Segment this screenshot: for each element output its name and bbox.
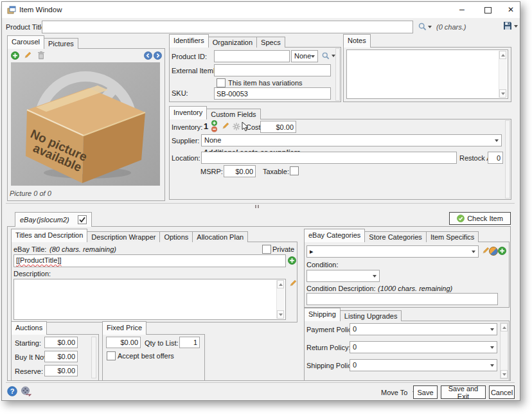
- qty-to-list-label: Qty to List:: [145, 339, 179, 347]
- tab-notes[interactable]: Notes: [343, 34, 371, 48]
- category-dropdown[interactable]: ▸: [306, 245, 479, 258]
- tab-shipping[interactable]: Shipping: [304, 308, 341, 321]
- shipping-scrollbar[interactable]: [500, 322, 508, 379]
- adjust-inventory-icon[interactable]: [210, 120, 218, 132]
- notes-scrollbar[interactable]: [499, 51, 507, 98]
- shipping-policy-dropdown[interactable]: 0: [350, 359, 497, 371]
- save-and-exit-button[interactable]: Save and Exit: [441, 385, 486, 399]
- minimize-button[interactable]: –: [452, 2, 472, 18]
- help-icon[interactable]: ?: [7, 386, 17, 396]
- save-icon[interactable]: [503, 21, 512, 30]
- external-itemid-input[interactable]: [214, 64, 331, 76]
- tab-organization[interactable]: Organization: [208, 37, 257, 48]
- maximize-button[interactable]: [477, 2, 498, 18]
- tab-identifiers[interactable]: Identifiers: [169, 34, 209, 48]
- starting-input[interactable]: [44, 337, 78, 348]
- starting-label: Starting:: [15, 339, 41, 347]
- fixed-price-input[interactable]: [106, 337, 141, 348]
- best-offers-checkbox[interactable]: [107, 351, 116, 360]
- qty-to-list-input[interactable]: [179, 337, 200, 348]
- edit-inventory-icon[interactable]: [221, 122, 229, 130]
- buy-it-now-input[interactable]: [44, 351, 78, 362]
- search-icon[interactable]: [418, 22, 427, 31]
- splitter[interactable]: [6, 203, 515, 204]
- product-title-input[interactable]: [42, 21, 413, 33]
- no-picture-image: No picture available: [11, 62, 160, 186]
- prev-picture-icon[interactable]: [144, 51, 152, 60]
- variations-checkbox[interactable]: [217, 78, 226, 87]
- video-reel-icon[interactable]: [21, 386, 31, 396]
- private-label: Private: [272, 245, 294, 253]
- tab-auctions[interactable]: Auctions: [11, 321, 47, 335]
- return-policy-label: Return Policy:: [306, 344, 350, 351]
- tab-options[interactable]: Options: [159, 231, 193, 242]
- save-button[interactable]: Save: [413, 385, 438, 399]
- add-title-icon[interactable]: [288, 256, 296, 265]
- edit-picture-icon[interactable]: [23, 51, 31, 60]
- location-input[interactable]: [201, 152, 457, 164]
- product-id-search-icon[interactable]: [322, 52, 330, 60]
- tab-listing-upgrades[interactable]: Listing Upgrades: [340, 310, 402, 321]
- auctions-scrollbar[interactable]: [91, 337, 96, 378]
- tab-allocation-plan[interactable]: Allocation Plan: [192, 231, 248, 242]
- identifiers-scrollbar[interactable]: [335, 48, 340, 101]
- save-dropdown-caret[interactable]: [514, 25, 518, 28]
- restock-input[interactable]: [488, 152, 503, 164]
- tab-fixed-price[interactable]: Fixed Price: [102, 321, 146, 335]
- svg-text:?: ?: [10, 387, 15, 395]
- tab-titles-description[interactable]: Titles and Description: [11, 229, 87, 242]
- cost-input[interactable]: [260, 121, 296, 133]
- check-circle-icon: [457, 215, 465, 222]
- inventory-settings-gear-icon[interactable]: [233, 123, 240, 130]
- ebay-title-input[interactable]: [[ProductTitle]]: [13, 254, 286, 267]
- msrp-input[interactable]: [224, 165, 256, 177]
- tab-item-specifics[interactable]: Item Specifics: [426, 231, 479, 242]
- description-scrollbar[interactable]: [276, 280, 285, 319]
- private-checkbox[interactable]: [262, 245, 271, 254]
- tab-inventory[interactable]: Inventory: [169, 106, 207, 119]
- check-item-button[interactable]: Check Item: [449, 212, 511, 225]
- payment-policy-dropdown[interactable]: 0: [350, 323, 497, 335]
- msrp-label: MSRP:: [200, 168, 223, 175]
- tab-ebay-categories[interactable]: eBay Categories: [304, 229, 365, 242]
- taxable-checkbox[interactable]: [290, 166, 299, 175]
- add-picture-icon[interactable]: [11, 51, 19, 60]
- ebay-title-label: eBay Title:: [13, 245, 46, 253]
- product-id-type-dropdown[interactable]: None: [291, 50, 318, 62]
- description-textarea[interactable]: [13, 279, 286, 320]
- splitter-grip-icon[interactable]: [255, 205, 259, 208]
- identifiers-tabs: Identifiers Organization Specs: [169, 34, 285, 48]
- tab-custom-fields[interactable]: Custom Fields: [206, 109, 260, 119]
- cancel-button[interactable]: Cancel: [489, 385, 515, 399]
- condition-label: Condition:: [306, 261, 339, 269]
- delete-picture-icon[interactable]: [37, 51, 45, 60]
- product-title-label: Product Title:: [6, 23, 47, 31]
- browse-categories-globe-icon[interactable]: [489, 247, 498, 256]
- product-id-input[interactable]: [214, 50, 290, 62]
- ebay-enabled-checkbox[interactable]: [78, 215, 87, 224]
- supplier-dropdown[interactable]: None: [201, 134, 502, 146]
- condition-desc-input[interactable]: [306, 293, 498, 305]
- tab-carousel[interactable]: Carousel: [7, 35, 44, 49]
- notes-textarea[interactable]: [346, 49, 508, 99]
- condition-desc-remaining: (1000 chars. remaining): [378, 285, 452, 292]
- edit-description-icon[interactable]: [288, 279, 297, 288]
- condition-dropdown[interactable]: [306, 270, 380, 282]
- inventory-scrollbar[interactable]: [505, 120, 510, 199]
- tab-description-wrapper[interactable]: Description Wrapper: [87, 231, 160, 242]
- reserve-label: Reserve:: [15, 367, 43, 375]
- tab-pictures[interactable]: Pictures: [44, 38, 78, 49]
- add-category-icon[interactable]: [498, 247, 506, 255]
- move-to-dropdown[interactable]: Move To: [381, 389, 416, 396]
- search-dropdown-caret[interactable]: [428, 26, 432, 28]
- sku-input[interactable]: [214, 87, 331, 100]
- return-policy-dropdown[interactable]: 0: [350, 341, 497, 353]
- mouse-cursor-icon: [241, 121, 249, 132]
- tab-specs[interactable]: Specs: [256, 37, 285, 48]
- close-button[interactable]: ✕: [502, 2, 520, 18]
- next-picture-icon[interactable]: [154, 51, 162, 60]
- product-id-label: Product ID:: [172, 53, 207, 60]
- tab-store-categories[interactable]: Store Categories: [364, 231, 427, 242]
- reserve-input[interactable]: [44, 365, 78, 376]
- tab-ebay-account[interactable]: eBay (jslocum2): [15, 212, 92, 227]
